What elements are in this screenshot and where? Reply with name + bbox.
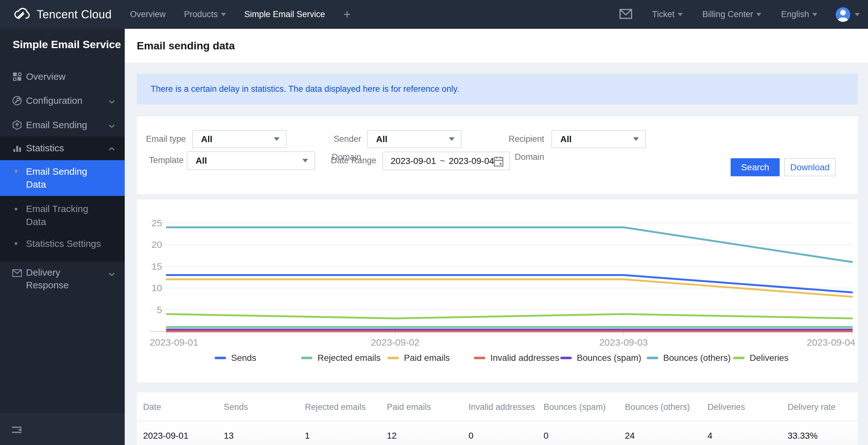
y-axis-tick-label: 20 (152, 239, 162, 250)
legend-label: Sends (231, 353, 256, 363)
chevron-down-icon (221, 13, 226, 16)
chevron-down-icon (108, 268, 115, 279)
chart-legend: SendsRejected emailsPaid emailsInvalid a… (215, 353, 819, 363)
chevron-down-icon (108, 120, 115, 130)
sidebar-item-statistics-settings[interactable]: Statistics Settings (0, 237, 125, 251)
legend-item-rejected-emails[interactable]: Rejected emails (301, 353, 388, 363)
table-cell: 0 (544, 422, 549, 445)
table-cell: 4 (708, 422, 713, 445)
legend-label: Paid emails (404, 353, 450, 363)
line-series-deliveries (167, 314, 852, 318)
table-header-cell: Bounces (spam) (544, 392, 606, 421)
mail-icon[interactable] (619, 8, 632, 21)
page: Tencent Cloud Overview Products Simple E… (0, 0, 868, 445)
top-nav-right: Ticket Billing Center English (619, 7, 860, 22)
sidebar-item-configuration[interactable]: Configuration (0, 93, 125, 108)
language-selector[interactable]: English (781, 9, 817, 19)
legend-swatch-icon (647, 357, 658, 359)
page-header: Email sending data (125, 29, 868, 63)
info-banner: There is a certain delay in statistics. … (137, 74, 858, 104)
sidebar: Simple Email Service Overview (0, 29, 125, 445)
legend-item-sends[interactable]: Sends (215, 353, 301, 363)
sidebar-item-label: Configuration (26, 94, 104, 107)
cloud-logo-icon (13, 7, 31, 22)
bullet-icon (14, 242, 18, 245)
x-axis-tick-label: 2023-09-02 (371, 337, 420, 348)
date-separator: ~ (440, 156, 445, 166)
chevron-down-icon (812, 13, 817, 16)
y-axis-tick-label: 10 (152, 283, 162, 293)
y-axis-tick-label: 5 (157, 305, 162, 315)
sidebar-item-label: Delivery Response (26, 266, 104, 291)
legend-item-invalid-addresses[interactable]: Invalid addresses (474, 353, 560, 363)
add-tab-button[interactable]: + (343, 7, 351, 22)
download-button[interactable]: Download (784, 158, 836, 176)
date-start: 2023-09-01 (391, 156, 436, 166)
table-header-row: DateSendsRejected emailsPaid emailsInval… (137, 392, 858, 421)
date-range-input[interactable]: 2023-09-01 ~ 2023-09-04 (382, 152, 510, 170)
legend-item-paid-emails[interactable]: Paid emails (388, 353, 474, 363)
sidebar-item-label: Email Sending (26, 119, 104, 131)
email-sending-hexagon-icon (12, 120, 22, 130)
email-sending-line-chart: 5101520252023-09-012023-09-022023-09-032… (137, 199, 858, 348)
sender-domain-select[interactable]: All (367, 130, 462, 148)
email-type-select[interactable]: All (192, 130, 286, 148)
legend-swatch-icon (215, 357, 226, 359)
table-cell: 24 (625, 422, 635, 445)
template-select[interactable]: All (187, 151, 315, 170)
x-axis-tick-label: 2023-09-03 (599, 337, 648, 348)
account-menu[interactable] (836, 7, 860, 22)
recipient-domain-select[interactable]: All (552, 130, 646, 148)
avatar (836, 7, 850, 22)
sidebar-item-delivery-response[interactable]: Delivery Response (0, 266, 125, 293)
data-table-panel: DateSendsRejected emailsPaid emailsInval… (137, 392, 858, 445)
legend-item-bounces-others-[interactable]: Bounces (others) (647, 353, 733, 363)
search-button[interactable]: Search (731, 158, 780, 176)
legend-label: Bounces (others) (663, 353, 731, 363)
top-nav: Tencent Cloud Overview Products Simple E… (0, 0, 868, 29)
table-header-cell: Bounces (others) (625, 392, 690, 421)
tencent-cloud-logo[interactable]: Tencent Cloud (13, 7, 112, 22)
table-cell: 13 (224, 422, 234, 445)
configuration-wrench-icon (12, 96, 22, 106)
chevron-up-icon (108, 143, 115, 154)
content-area: There is a certain delay in statistics. … (125, 63, 868, 445)
chevron-down-icon (108, 95, 115, 106)
nav-item-products[interactable]: Products (184, 9, 226, 19)
nav-item-simple-email-service[interactable]: Simple Email Service (244, 9, 325, 19)
template-label: Template (143, 151, 184, 169)
envelope-icon (12, 268, 22, 278)
x-axis-tick-label: 2023-09-01 (150, 337, 198, 348)
sidebar-item-email-sending[interactable]: Email Sending (0, 118, 125, 132)
legend-item-deliveries[interactable]: Deliveries (733, 353, 819, 363)
sidebar-item-label: Statistics Settings (26, 237, 108, 250)
legend-swatch-icon (474, 357, 485, 359)
table-cell: 2023-09-01 (143, 422, 188, 445)
nav-item-overview[interactable]: Overview (130, 9, 166, 19)
table-header-cell: Invalid addresses (468, 392, 535, 421)
sidebar-item-label: Email Sending Data (26, 165, 108, 191)
sidebar-item-label: Overview (26, 70, 104, 83)
nav-item-billing-center[interactable]: Billing Center (703, 9, 762, 19)
table-cell: 33.33% (787, 422, 818, 445)
chevron-down-icon (678, 13, 683, 16)
nav-item-ticket[interactable]: Ticket (652, 9, 683, 19)
legend-item-bounces-spam-[interactable]: Bounces (spam) (560, 353, 647, 363)
sidebar-item-overview[interactable]: Overview (0, 69, 125, 84)
table-header-cell: Date (143, 392, 161, 421)
legend-label: Deliveries (750, 353, 788, 363)
legend-swatch-icon (388, 357, 399, 359)
legend-swatch-icon (301, 357, 312, 359)
sidebar-item-email-tracking-data[interactable]: Email Tracking Data (0, 201, 125, 232)
chevron-down-icon (855, 13, 860, 16)
sidebar-item-email-sending-data[interactable]: Email Sending Data (0, 160, 125, 196)
chevron-down-icon (302, 159, 308, 162)
table-cell: 1 (305, 422, 310, 445)
info-banner-text: There is a certain delay in statistics. … (151, 84, 459, 94)
sidebar-item-statistics[interactable]: Statistics (0, 141, 125, 155)
collapse-sidebar-icon (11, 426, 22, 435)
sidebar-collapse-bar[interactable] (0, 413, 125, 445)
table-cell: 0 (468, 422, 473, 445)
legend-swatch-icon (733, 357, 745, 359)
legend-label: Invalid addresses (490, 353, 559, 363)
